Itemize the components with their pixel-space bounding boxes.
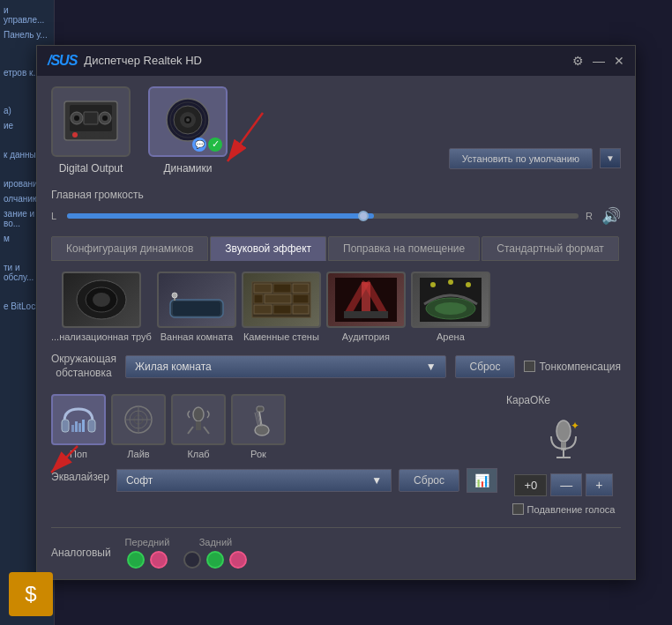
eq-icon-live <box>111 394 166 445</box>
voice-suppress-row: Подавление голоса <box>512 503 616 515</box>
minimize-button[interactable]: — <box>593 55 605 67</box>
svg-rect-60 <box>196 421 201 430</box>
svg-rect-41 <box>344 311 388 318</box>
eq-graph-button[interactable]: 📊 <box>467 468 497 493</box>
svg-point-10 <box>99 132 104 138</box>
tab-format[interactable]: Стандартный формат <box>482 236 619 261</box>
karaoke-minus-button[interactable]: — <box>550 473 582 496</box>
eq-controls-row: Эквалайзер Софт ▼ Сброс 📊 <box>51 468 497 493</box>
device-speakers[interactable]: 💬 ✓ Динамики <box>148 86 228 175</box>
svg-point-5 <box>102 115 108 121</box>
karaoke-label: КараОКе <box>506 394 550 406</box>
svg-rect-24 <box>173 301 220 316</box>
karaoke-plus-button[interactable]: + <box>586 473 612 496</box>
svg-point-9 <box>90 132 95 138</box>
eq-preset-rock[interactable]: Рок <box>231 394 286 459</box>
eq-preset-live[interactable]: Лайв <box>111 394 166 459</box>
environment-value: Жилая комната <box>135 361 212 373</box>
club-icon <box>179 402 218 437</box>
svg-rect-29 <box>273 284 291 293</box>
eq-icon-rock <box>231 394 286 445</box>
digital-output-icon <box>63 98 119 145</box>
preset-stone[interactable]: Каменные стены <box>242 272 321 342</box>
title-controls: ⚙ — ✕ <box>572 55 624 67</box>
active-badge: ✓ <box>208 138 222 152</box>
back-jack-group: Задний <box>183 537 247 569</box>
analog-section: Аналоговый Передний Задний <box>51 527 621 569</box>
svg-rect-30 <box>293 284 309 293</box>
svg-line-70 <box>51 446 78 472</box>
back-jack-empty[interactable] <box>183 551 201 569</box>
preset-arena[interactable]: Арена <box>411 272 490 342</box>
red-arrow-2 <box>42 442 95 477</box>
svg-rect-51 <box>75 421 78 432</box>
dropdown-arrow-icon: ▼ <box>426 361 437 373</box>
karaoke-section: КараОКе ✦ +0 — <box>506 394 621 515</box>
environment-reset-button[interactable]: Сброс <box>455 355 516 378</box>
karaoke-value-display: +0 <box>514 474 547 496</box>
dollar-icon: $ <box>25 582 36 606</box>
svg-rect-28 <box>254 284 272 293</box>
environment-presets: ...нализационная труб Ванная комната <box>51 272 621 342</box>
rock-icon <box>239 402 278 437</box>
svg-line-19 <box>228 113 263 161</box>
toncomp-label: Тонкомпенсация <box>539 361 621 373</box>
pipe-image <box>71 278 132 322</box>
svg-rect-34 <box>254 305 272 314</box>
eq-graph-icon: 📊 <box>474 473 489 487</box>
volume-slider[interactable] <box>67 213 579 219</box>
equalizer-dropdown[interactable]: Софт ▼ <box>116 469 392 492</box>
svg-rect-48 <box>62 420 69 432</box>
set-default-button[interactable]: Установить по умолчанию <box>449 148 593 169</box>
svg-point-44 <box>435 302 467 315</box>
close-button[interactable]: ✕ <box>614 55 624 67</box>
voice-suppress-checkbox[interactable] <box>512 503 524 515</box>
svg-point-3 <box>74 115 79 121</box>
vol-r-label: R <box>586 211 594 221</box>
svg-rect-31 <box>254 294 263 303</box>
environment-label: Окружающая обстановка <box>51 353 116 380</box>
back-jack-pink[interactable] <box>229 551 247 569</box>
sidebar-item-2[interactable]: Панель у... <box>4 30 50 40</box>
volume-thumb[interactable] <box>358 211 369 221</box>
eq-section: Поп <box>51 394 621 515</box>
sidebar-item-1[interactable]: и управле... <box>4 5 50 25</box>
device-icon-digital-output <box>51 86 131 157</box>
live-icon <box>119 402 158 437</box>
toncomp-checkbox[interactable] <box>524 361 535 372</box>
preset-label-auditorium: Аудитория <box>342 331 390 342</box>
eq-dropdown-arrow-icon: ▼ <box>371 474 382 487</box>
preset-bath[interactable]: Ванная комната <box>157 272 236 342</box>
front-label: Передний <box>125 537 170 547</box>
volume-section: Главная громкость L R 🔊 <box>51 189 621 226</box>
device-label-speakers: Динамики <box>163 162 212 175</box>
svg-rect-32 <box>265 294 291 303</box>
window-title: Диспетчер Realtek HD <box>84 54 565 67</box>
eq-reset-button[interactable]: Сброс <box>399 469 459 492</box>
asus-logo: /SUS <box>48 53 77 69</box>
preset-thumb-pipe <box>62 272 141 328</box>
auditorium-image <box>335 278 397 322</box>
preset-thumb-auditorium <box>326 272 406 328</box>
preset-auditorium[interactable]: Аудитория <box>326 272 406 342</box>
stone-image <box>250 278 312 322</box>
tab-room[interactable]: Поправка на помещение <box>328 236 480 261</box>
default-dropdown-button[interactable]: ▼ <box>600 148 621 168</box>
svg-point-22 <box>93 293 110 307</box>
device-digital-output[interactable]: Digital Output <box>51 86 131 175</box>
front-jack-pink[interactable] <box>150 551 168 569</box>
eq-preset-club[interactable]: Клаб <box>171 394 226 459</box>
preset-pipe[interactable]: ...нализационная труб <box>51 272 152 342</box>
tab-effect[interactable]: Звуковой эффект <box>210 236 326 261</box>
preset-thumb-arena <box>411 272 490 328</box>
svg-rect-50 <box>71 425 74 432</box>
back-jack-green[interactable] <box>206 551 224 569</box>
front-jack-green[interactable] <box>127 551 145 569</box>
environment-dropdown[interactable]: Жилая комната ▼ <box>125 355 446 378</box>
tab-content-effect: ...нализационная труб Ванная комната <box>51 272 621 569</box>
svg-line-66 <box>255 413 258 427</box>
tab-config[interactable]: Конфигурация динамиков <box>51 236 208 261</box>
karaoke-mic-icon: ✦ <box>537 413 590 466</box>
settings-button[interactable]: ⚙ <box>572 55 584 67</box>
music-presets: Поп <box>51 394 497 459</box>
